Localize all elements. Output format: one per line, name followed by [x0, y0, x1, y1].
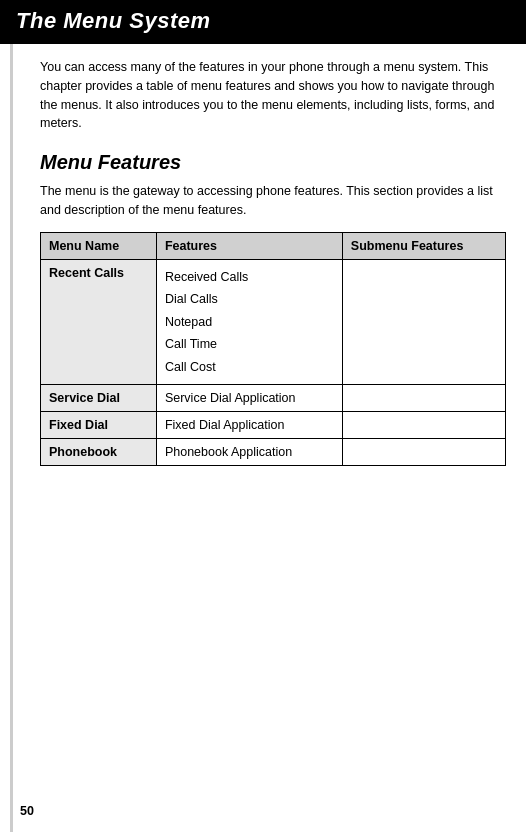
table-row: Service DialService Dial Application [41, 385, 506, 412]
table-cell-menu-name-3: Phonebook [41, 439, 157, 466]
page-title: The Menu System [16, 8, 211, 33]
table-cell-features-0: Received CallsDial CallsNotepadCall Time… [156, 259, 342, 385]
table-cell-menu-name-1: Service Dial [41, 385, 157, 412]
feature-item: Call Cost [165, 356, 334, 379]
table-cell-submenu-2 [342, 412, 505, 439]
feature-item: Received Calls [165, 266, 334, 289]
col-header-features: Features [156, 232, 342, 259]
table-row: Recent CallsReceived CallsDial CallsNote… [41, 259, 506, 385]
features-list-0: Received CallsDial CallsNotepadCall Time… [165, 266, 334, 379]
section-intro: The menu is the gateway to accessing pho… [40, 182, 506, 220]
table-row: PhonebookPhonebook Application [41, 439, 506, 466]
page-header: The Menu System [0, 0, 526, 44]
table-cell-submenu-0 [342, 259, 505, 385]
table-cell-features-3: Phonebook Application [156, 439, 342, 466]
left-margin-bar [10, 44, 26, 832]
col-header-menu-name: Menu Name [41, 232, 157, 259]
page: The Menu System You can access many of t… [0, 0, 526, 832]
section-title: Menu Features [40, 151, 506, 174]
col-header-submenu: Submenu Features [342, 232, 505, 259]
table-cell-features-2: Fixed Dial Application [156, 412, 342, 439]
page-number: 50 [20, 804, 34, 818]
intro-paragraph: You can access many of the features in y… [40, 58, 506, 133]
main-content-area: You can access many of the features in y… [26, 44, 526, 832]
feature-item: Notepad [165, 311, 334, 334]
page-content: You can access many of the features in y… [0, 44, 526, 832]
table-cell-menu-name-0: Recent Calls [41, 259, 157, 385]
feature-item: Dial Calls [165, 288, 334, 311]
table-cell-submenu-3 [342, 439, 505, 466]
table-cell-features-1: Service Dial Application [156, 385, 342, 412]
table-cell-submenu-1 [342, 385, 505, 412]
table-row: Fixed DialFixed Dial Application [41, 412, 506, 439]
feature-item: Call Time [165, 333, 334, 356]
table-header-row: Menu Name Features Submenu Features [41, 232, 506, 259]
menu-table: Menu Name Features Submenu Features Rece… [40, 232, 506, 467]
table-cell-menu-name-2: Fixed Dial [41, 412, 157, 439]
